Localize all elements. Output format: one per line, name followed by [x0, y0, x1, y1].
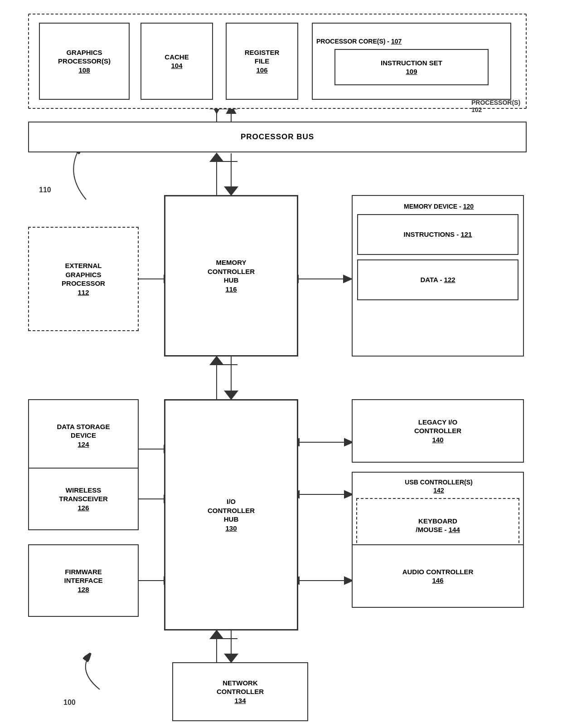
io-controller-hub-box: I/OCONTROLLERHUB 130 [164, 399, 298, 630]
keyboard-mouse-title: KEYBOARD/MOUSE - 144 [416, 517, 460, 534]
legacy-io-box: LEGACY I/OCONTROLLER 140 [352, 399, 524, 463]
register-file-title: REGISTERFILE [245, 48, 280, 66]
instruction-set-box: INSTRUCTION SET 109 [334, 49, 489, 85]
legacy-io-title: LEGACY I/OCONTROLLER [414, 418, 461, 435]
mch-num: 116 [225, 285, 237, 294]
firmware-interface-title: FIRMWAREINTERFACE [64, 567, 102, 585]
instructions-box: INSTRUCTIONS - 121 [357, 214, 518, 255]
external-graphics-num: 112 [78, 288, 89, 297]
audio-controller-title: AUDIO CONTROLLER [402, 567, 474, 577]
wireless-transceiver-num: 126 [78, 503, 89, 513]
data-storage-title: DATA STORAGEDEVICE [57, 422, 110, 440]
instruction-set-title: INSTRUCTION SET [381, 59, 442, 68]
wireless-transceiver-box: WIRELESSTRANSCEIVER 126 [28, 468, 139, 530]
external-graphics-box: EXTERNALGRAPHICSPROCESSOR 112 [28, 227, 139, 331]
processor-bus-box: PROCESSOR BUS [28, 122, 527, 152]
svg-marker-48 [210, 630, 223, 639]
svg-marker-49 [225, 654, 237, 662]
cache-num: 104 [171, 61, 182, 70]
external-graphics-title: EXTERNALGRAPHICSPROCESSOR [62, 261, 105, 288]
label-100: 100 [63, 699, 76, 707]
svg-marker-25 [210, 357, 223, 365]
graphics-processor-box: GRAPHICS PROCESSOR(S) 108 [39, 23, 130, 100]
label-110: 110 [39, 186, 51, 194]
data-storage-box: DATA STORAGEDEVICE 124 [28, 399, 139, 472]
legacy-io-num: 140 [432, 435, 443, 445]
processor-core-label: PROCESSOR CORE(S) - 107 [316, 37, 402, 45]
processors-label: PROCESSOR(S)102 [471, 99, 520, 113]
memory-device-header: MEMORY DEVICE - 120 [357, 200, 518, 214]
memory-controller-hub-box: MEMORYCONTROLLERHUB 116 [164, 195, 298, 357]
data-storage-num: 124 [78, 440, 89, 449]
wireless-transceiver-title: WIRELESSTRANSCEIVER [59, 486, 108, 503]
instruction-set-num: 109 [406, 67, 417, 76]
svg-marker-14 [210, 153, 223, 161]
processor-bus-title: PROCESSOR BUS [241, 132, 314, 142]
cache-box: CACHE 104 [140, 23, 213, 100]
register-file-box: REGISTERFILE 106 [226, 23, 298, 100]
graphics-processor-title: GRAPHICS PROCESSOR(S) [40, 48, 129, 66]
memory-device-outer-box: MEMORY DEVICE - 120 INSTRUCTIONS - 121 D… [352, 195, 524, 357]
audio-controller-num: 146 [432, 576, 443, 585]
svg-marker-26 [225, 391, 237, 399]
data-box: DATA - 122 [357, 259, 518, 300]
network-controller-title: NETWORKCONTROLLER [217, 679, 264, 696]
graphics-processor-num: 108 [78, 66, 90, 75]
network-controller-box: NETWORKCONTROLLER 134 [172, 662, 308, 721]
mch-title: MEMORYCONTROLLERHUB [208, 258, 255, 285]
instructions-title: INSTRUCTIONS - 121 [404, 230, 472, 239]
processor-core-outer-box: PROCESSOR CORE(S) - 107 INSTRUCTION SET … [312, 23, 511, 100]
usb-controller-header: USB CONTROLLER(S)142 [356, 476, 519, 498]
cache-title: CACHE [165, 53, 189, 62]
svg-marker-21 [344, 275, 352, 283]
ioch-num: 130 [225, 524, 237, 533]
firmware-interface-box: FIRMWAREINTERFACE 128 [28, 544, 139, 617]
firmware-interface-num: 128 [78, 585, 89, 594]
data-title: DATA - 122 [420, 275, 455, 284]
architecture-diagram: GRAPHICS PROCESSOR(S) 108 CACHE 104 REGI… [0, 0, 562, 728]
ioch-title: I/OCONTROLLERHUB [208, 497, 255, 524]
audio-controller-box: AUDIO CONTROLLER 146 [352, 544, 524, 608]
network-controller-num: 134 [234, 696, 246, 705]
svg-marker-15 [225, 187, 237, 195]
register-file-num: 106 [256, 66, 267, 75]
